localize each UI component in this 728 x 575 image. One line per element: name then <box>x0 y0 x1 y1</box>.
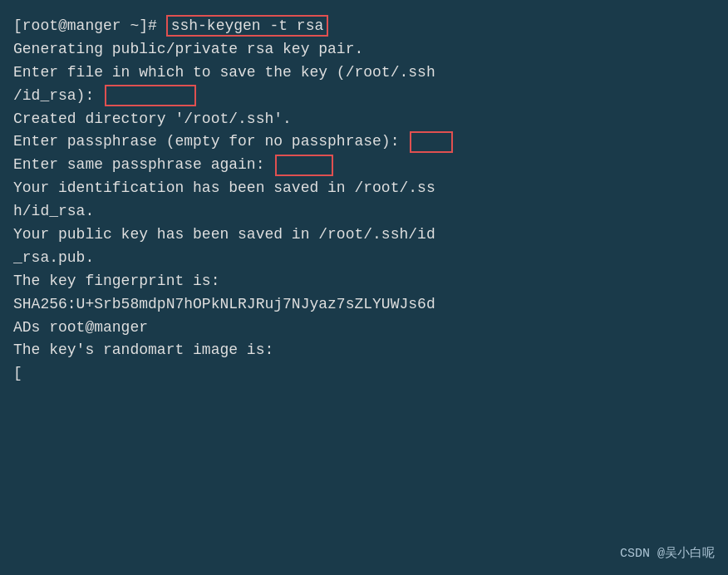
terminal-line-11: ADs root@manger <box>13 317 715 340</box>
terminal-line-8b: _rsa.pub. <box>13 247 715 270</box>
terminal-line-7b: h/id_rsa. <box>13 200 715 224</box>
terminal-line-3a: Enter file in which to save the key (/ro… <box>13 61 715 85</box>
terminal-line-8a: Your public key has been saved in /root/… <box>13 224 715 247</box>
command-highlight: ssh-keygen -t rsa <box>166 15 329 37</box>
passphrase-again-input[interactable] <box>275 155 333 176</box>
file-path-input[interactable] <box>105 85 196 106</box>
terminal-line-13: [ <box>13 362 715 386</box>
terminal-line-7a: Your identification has been saved in /r… <box>13 177 715 200</box>
terminal-line-10: SHA256:U+Srb58mdpN7hOPkNLRJRuj7NJyaz7sZL… <box>13 293 715 317</box>
watermark: CSDN @吴小白呢 <box>620 544 715 563</box>
prompt-text: [root@manger ~]# <box>13 17 166 34</box>
terminal-line-4: Created directory '/root/.ssh'. <box>13 108 715 131</box>
terminal-line-9: The key fingerprint is: <box>13 270 715 293</box>
terminal-line-12: The key's randomart image is: <box>13 339 715 362</box>
passphrase-input[interactable] <box>410 131 453 153</box>
terminal-window: [root@manger ~]# ssh-keygen -t rsa Gener… <box>0 0 728 575</box>
terminal-line-1: [root@manger ~]# ssh-keygen -t rsa <box>13 15 715 38</box>
terminal-line-2: Generating public/private rsa key pair. <box>13 38 715 61</box>
terminal-line-3b: /id_rsa): <box>13 85 715 108</box>
terminal-line-5: Enter passphrase (empty for no passphras… <box>13 130 715 154</box>
terminal-line-6: Enter same passphrase again: <box>13 154 715 177</box>
